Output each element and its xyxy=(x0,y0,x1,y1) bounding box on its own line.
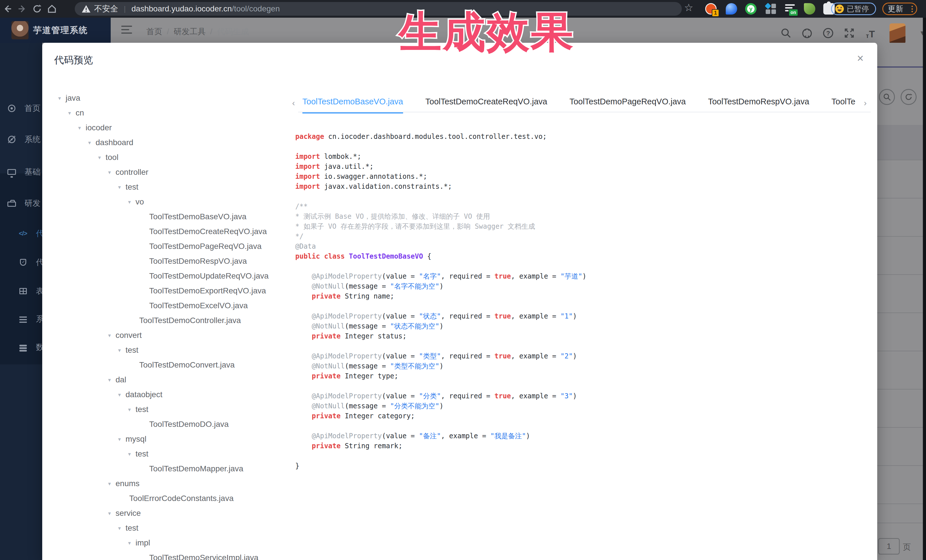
sidebar-collapse-icon[interactable] xyxy=(121,24,133,36)
caret-down-icon[interactable]: ▾ xyxy=(108,510,115,517)
tree-node-convert[interactable]: ▾convert xyxy=(54,328,294,343)
caret-down-icon[interactable]: ▾ xyxy=(108,480,115,487)
code-preview-modal: 代码预览 × ▾java▾cn▾iocoder▾dashboard▾tool▾c… xyxy=(42,43,877,560)
tree-node-ToolTestDemoServiceImpl.java[interactable]: ToolTestDemoServiceImpl.java xyxy=(54,550,294,560)
font-size-icon[interactable]: тT xyxy=(864,27,877,40)
tabs-scroll-right-icon[interactable]: › xyxy=(864,98,867,108)
tab-1[interactable]: ToolTestDemoBaseVO.java xyxy=(303,97,403,113)
caret-down-icon[interactable]: ▾ xyxy=(78,125,86,131)
sidebar-subitem-3[interactable]: 表 xyxy=(0,284,42,299)
caret-down-icon[interactable]: ▾ xyxy=(68,110,76,116)
caret-down-icon[interactable]: ▾ xyxy=(118,347,126,353)
fullscreen-icon[interactable] xyxy=(843,27,856,40)
tabs-scroll-left-icon[interactable]: ‹ xyxy=(292,98,295,108)
sidebar-item-4[interactable]: 研发 xyxy=(0,196,42,211)
sidebar-subitem-1[interactable]: </>代 xyxy=(0,226,42,241)
sidebar-subitem-5[interactable]: 数 xyxy=(0,340,42,355)
sidebar-item-3[interactable]: 基础 xyxy=(0,165,42,180)
breadcrumb-home[interactable]: 首页 xyxy=(146,26,162,37)
tree-node-ToolTestDemoExportReqVO.java[interactable]: ToolTestDemoExportReqVO.java xyxy=(54,284,294,298)
tree-node-test[interactable]: ▾test xyxy=(54,447,294,461)
sidebar-subitem-2[interactable]: 代 xyxy=(0,255,42,270)
tab-5[interactable]: ToolTe xyxy=(832,97,856,113)
tree-node-ToolTestDemoRespVO.java[interactable]: ToolTestDemoRespVO.java xyxy=(54,254,294,269)
caret-down-icon[interactable]: ▾ xyxy=(128,406,136,413)
forward-icon[interactable] xyxy=(15,2,30,16)
caret-down-icon[interactable]: ▾ xyxy=(88,139,95,146)
help-icon[interactable]: ? xyxy=(822,27,835,40)
search-icon[interactable] xyxy=(779,27,793,40)
search-round-button[interactable] xyxy=(879,89,895,105)
caret-down-icon[interactable]: ▾ xyxy=(108,332,115,339)
tree-node-controller[interactable]: ▾controller xyxy=(54,165,294,180)
tab-4[interactable]: ToolTestDemoRespVO.java xyxy=(708,97,809,113)
url-path[interactable]: /tool/codegen xyxy=(232,4,280,14)
address-bar[interactable]: 不安全 | dashboard.yudao.iocoder.cn/tool/co… xyxy=(75,2,682,16)
sidebar-item-2[interactable]: 系统 xyxy=(0,132,42,147)
caret-down-icon[interactable]: ▾ xyxy=(118,184,126,190)
caret-down-icon[interactable]: ▾ xyxy=(108,377,115,383)
caret-down-icon[interactable]: ▾ xyxy=(128,451,136,457)
tab-2[interactable]: ToolTestDemoCreateReqVO.java xyxy=(425,97,547,113)
tree-node-test[interactable]: ▾test xyxy=(54,180,294,195)
extension-ubuntu-icon[interactable]: 1 xyxy=(705,3,717,15)
caret-down-icon[interactable]: ▾ xyxy=(58,95,66,101)
tree-node-ToolTestDemoDO.java[interactable]: ToolTestDemoDO.java xyxy=(54,417,294,432)
close-icon[interactable]: × xyxy=(857,53,864,64)
caret-down-icon[interactable]: ▾ xyxy=(118,391,126,398)
tree-node-ToolTestDemoPageReqVO.java[interactable]: ToolTestDemoPageReqVO.java xyxy=(54,239,294,254)
refresh-round-button[interactable] xyxy=(900,89,917,105)
tree-node-test[interactable]: ▾test xyxy=(54,521,294,536)
tree-node-test[interactable]: ▾test xyxy=(54,343,294,358)
tree-node-ToolTestDemoBaseVO.java[interactable]: ToolTestDemoBaseVO.java xyxy=(54,209,294,224)
tree-node-vo[interactable]: ▾vo xyxy=(54,195,294,209)
github-icon[interactable] xyxy=(800,27,814,40)
tree-node-impl[interactable]: ▾impl xyxy=(54,536,294,550)
sidebar-subitem-4[interactable]: 系 xyxy=(0,312,42,326)
extension-y-icon[interactable]: y xyxy=(745,3,757,15)
caret-down-icon[interactable]: ▾ xyxy=(128,199,136,205)
tree-node-dal[interactable]: ▾dal xyxy=(54,372,294,387)
tree-node-cn[interactable]: ▾cn xyxy=(54,106,294,120)
caret-down-icon[interactable]: ▾ xyxy=(108,169,115,176)
breadcrumb-tools[interactable]: 研发工具 xyxy=(174,26,206,37)
tree-node-mysql[interactable]: ▾mysql xyxy=(54,432,294,447)
tree-node-ToolTestDemoUpdateReqVO.java[interactable]: ToolTestDemoUpdateReqVO.java xyxy=(54,269,294,284)
tree-node-iocoder[interactable]: ▾iocoder xyxy=(54,120,294,135)
extension-grid-icon[interactable] xyxy=(765,3,776,15)
extension-gem-icon[interactable] xyxy=(726,3,737,15)
tree-node-tool[interactable]: ▾tool xyxy=(54,150,294,165)
sidebar-item-1[interactable]: 首页 xyxy=(0,101,42,116)
tree-node-test[interactable]: ▾test xyxy=(54,402,294,417)
back-icon[interactable] xyxy=(0,2,15,16)
tree-node-ToolTestDemoMapper.java[interactable]: ToolTestDemoMapper.java xyxy=(54,461,294,476)
extension-leaf-icon[interactable] xyxy=(804,3,815,15)
home-icon[interactable] xyxy=(44,2,59,16)
page-number-input[interactable]: 1 xyxy=(878,538,900,555)
caret-down-icon[interactable]: ▾ xyxy=(128,540,136,546)
security-label[interactable]: 不安全 xyxy=(94,3,118,14)
tree-node-ToolTestDemoController.java[interactable]: ToolTestDemoController.java xyxy=(54,313,294,328)
tree-node-ToolErrorCodeConstants.java[interactable]: ToolErrorCodeConstants.java xyxy=(54,491,294,506)
update-button[interactable]: 更新 xyxy=(882,3,917,15)
tree-node-java[interactable]: ▾java xyxy=(54,91,294,106)
tree-node-ToolTestDemoExcelVO.java[interactable]: ToolTestDemoExcelVO.java xyxy=(54,298,294,313)
caret-down-icon[interactable]: ▾ xyxy=(118,436,126,442)
bookmark-star-icon[interactable]: ☆ xyxy=(684,2,693,14)
browser-scrollbar[interactable] xyxy=(923,18,926,560)
tree-node-ToolTestDemoCreateReqVO.java[interactable]: ToolTestDemoCreateReqVO.java xyxy=(54,224,294,239)
tab-3[interactable]: ToolTestDemoPageReqVO.java xyxy=(569,97,686,113)
browser-menu-icon[interactable] xyxy=(911,6,913,12)
url-domain[interactable]: dashboard.yudao.iocoder.cn xyxy=(132,4,232,14)
caret-down-icon[interactable]: ▾ xyxy=(118,525,126,531)
user-avatar[interactable] xyxy=(890,23,905,44)
tree-node-enums[interactable]: ▾enums xyxy=(54,476,294,491)
extension-list-icon[interactable]: on xyxy=(784,3,796,15)
tree-node-dashboard[interactable]: ▾dashboard xyxy=(54,135,294,150)
caret-down-icon[interactable]: ▾ xyxy=(98,154,106,161)
tree-node-service[interactable]: ▾service xyxy=(54,506,294,521)
tree-node-ToolTestDemoConvert.java[interactable]: ToolTestDemoConvert.java xyxy=(54,358,294,372)
paused-profile-chip[interactable]: 已暂停 xyxy=(831,3,876,15)
reload-icon[interactable] xyxy=(30,2,44,16)
tree-node-dataobject[interactable]: ▾dataobject xyxy=(54,387,294,402)
